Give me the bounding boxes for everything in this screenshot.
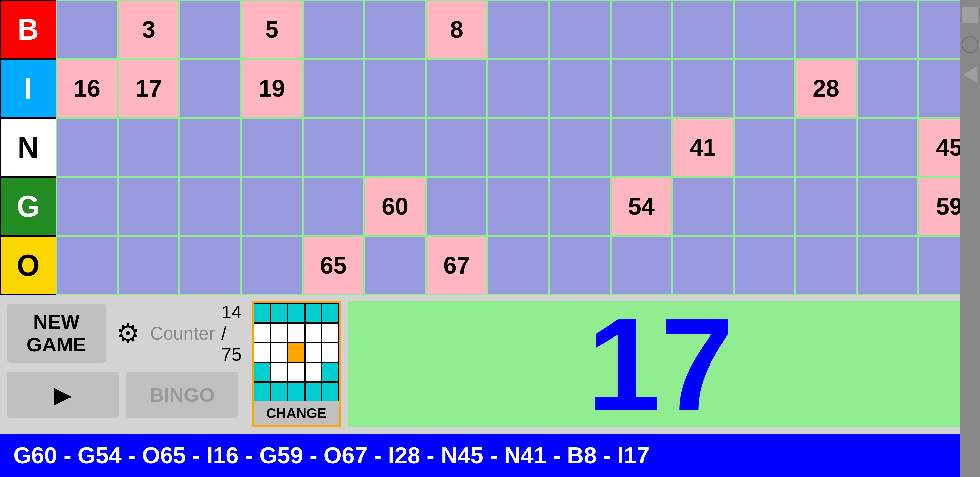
grid-cell-0-4[interactable] [302, 0, 364, 59]
grid-cell-4-6[interactable]: 67 [426, 236, 487, 295]
grid-cell-0-6[interactable]: 8 [426, 0, 487, 59]
grid-cell-0-13[interactable] [857, 0, 918, 59]
grid-cell-3-8[interactable] [549, 177, 611, 236]
grid-cell-3-6[interactable] [426, 177, 487, 236]
grid-cell-2-12[interactable] [795, 118, 857, 177]
grid-cell-0-3[interactable]: 5 [241, 0, 302, 59]
card-cell-5[interactable] [254, 323, 271, 343]
grid-cell-4-3[interactable] [241, 236, 302, 295]
grid-cell-4-10[interactable] [672, 236, 734, 295]
scroll-circle[interactable] [962, 37, 978, 53]
grid-cell-3-12[interactable] [795, 177, 857, 236]
grid-cell-4-12[interactable] [795, 236, 857, 295]
grid-cell-0-11[interactable] [734, 0, 795, 59]
card-cell-14[interactable] [322, 343, 339, 362]
card-cell-22[interactable] [288, 382, 305, 402]
new-game-button[interactable]: NEW GAME [6, 304, 106, 363]
grid-cell-4-1[interactable] [118, 236, 180, 295]
grid-cell-3-1[interactable] [118, 177, 180, 236]
grid-cell-1-7[interactable] [487, 59, 549, 118]
grid-cell-2-10[interactable]: 41 [672, 118, 734, 177]
grid-cell-3-7[interactable] [487, 177, 549, 236]
grid-cell-4-2[interactable] [180, 236, 241, 295]
card-cell-4[interactable] [322, 303, 339, 323]
card-cell-13[interactable] [305, 343, 322, 362]
grid-cell-2-0[interactable] [56, 118, 118, 177]
grid-cell-1-12[interactable]: 28 [795, 59, 857, 118]
grid-cell-3-9[interactable]: 54 [611, 177, 672, 236]
grid-cell-4-5[interactable] [364, 236, 426, 295]
card-cell-17[interactable] [288, 362, 305, 382]
grid-cell-1-10[interactable] [672, 59, 734, 118]
grid-cell-4-13[interactable] [857, 236, 918, 295]
grid-cell-2-1[interactable] [118, 118, 180, 177]
play-button[interactable]: ▶ [6, 372, 119, 418]
card-cell-9[interactable] [322, 323, 339, 343]
grid-cell-2-13[interactable] [857, 118, 918, 177]
card-cell-11[interactable] [271, 343, 288, 362]
grid-cell-0-5[interactable] [364, 0, 426, 59]
grid-cell-4-8[interactable] [549, 236, 611, 295]
grid-cell-1-11[interactable] [734, 59, 795, 118]
grid-cell-0-2[interactable] [180, 0, 241, 59]
grid-cell-1-1[interactable]: 17 [118, 59, 180, 118]
grid-cell-2-8[interactable] [549, 118, 611, 177]
card-cell-7[interactable] [288, 323, 305, 343]
grid-cell-3-0[interactable] [56, 177, 118, 236]
grid-cell-1-3[interactable]: 19 [241, 59, 302, 118]
grid-cell-1-6[interactable] [426, 59, 487, 118]
grid-cell-2-11[interactable] [734, 118, 795, 177]
grid-cell-2-3[interactable] [241, 118, 302, 177]
card-cell-23[interactable] [305, 382, 322, 402]
card-cell-8[interactable] [305, 323, 322, 343]
card-cell-18[interactable] [305, 362, 322, 382]
grid-cell-4-7[interactable] [487, 236, 549, 295]
grid-cell-3-10[interactable] [672, 177, 734, 236]
grid-cell-2-2[interactable] [180, 118, 241, 177]
change-button[interactable]: CHANGE [254, 402, 339, 425]
card-cell-15[interactable] [254, 362, 271, 382]
scroll-triangle-btn[interactable] [963, 66, 977, 83]
grid-cell-1-4[interactable] [302, 59, 364, 118]
grid-cell-1-8[interactable] [549, 59, 611, 118]
grid-cell-4-0[interactable] [56, 236, 118, 295]
grid-cell-2-5[interactable] [364, 118, 426, 177]
card-cell-21[interactable] [271, 382, 288, 402]
card-cell-0[interactable] [254, 303, 271, 323]
card-cell-2[interactable] [288, 303, 305, 323]
grid-cell-2-9[interactable] [611, 118, 672, 177]
grid-cell-3-5[interactable]: 60 [364, 177, 426, 236]
grid-cell-2-7[interactable] [487, 118, 549, 177]
scroll-square-btn[interactable] [962, 6, 978, 23]
bingo-button[interactable]: BINGO [126, 372, 239, 418]
grid-cell-0-8[interactable] [549, 0, 611, 59]
grid-cell-3-11[interactable] [734, 177, 795, 236]
grid-cell-4-9[interactable] [611, 236, 672, 295]
grid-cell-0-0[interactable] [56, 0, 118, 59]
grid-cell-0-9[interactable] [611, 0, 672, 59]
card-cell-10[interactable] [254, 343, 271, 362]
grid-cell-1-13[interactable] [857, 59, 918, 118]
grid-cell-2-6[interactable] [426, 118, 487, 177]
grid-cell-3-3[interactable] [241, 177, 302, 236]
grid-cell-0-10[interactable] [672, 0, 734, 59]
grid-cell-3-2[interactable] [180, 177, 241, 236]
card-cell-12[interactable] [288, 343, 305, 362]
card-cell-19[interactable] [322, 362, 339, 382]
card-cell-24[interactable] [322, 382, 339, 402]
card-cell-20[interactable] [254, 382, 271, 402]
grid-cell-0-12[interactable] [795, 0, 857, 59]
grid-cell-4-11[interactable] [734, 236, 795, 295]
grid-cell-1-2[interactable] [180, 59, 241, 118]
grid-cell-4-4[interactable]: 65 [302, 236, 364, 295]
card-cell-6[interactable] [271, 323, 288, 343]
grid-cell-1-9[interactable] [611, 59, 672, 118]
grid-cell-2-4[interactable] [302, 118, 364, 177]
grid-cell-3-4[interactable] [302, 177, 364, 236]
card-cell-16[interactable] [271, 362, 288, 382]
card-cell-1[interactable] [271, 303, 288, 323]
card-cell-3[interactable] [305, 303, 322, 323]
grid-cell-1-0[interactable]: 16 [56, 59, 118, 118]
grid-cell-0-7[interactable] [487, 0, 549, 59]
grid-cell-3-13[interactable] [857, 177, 918, 236]
